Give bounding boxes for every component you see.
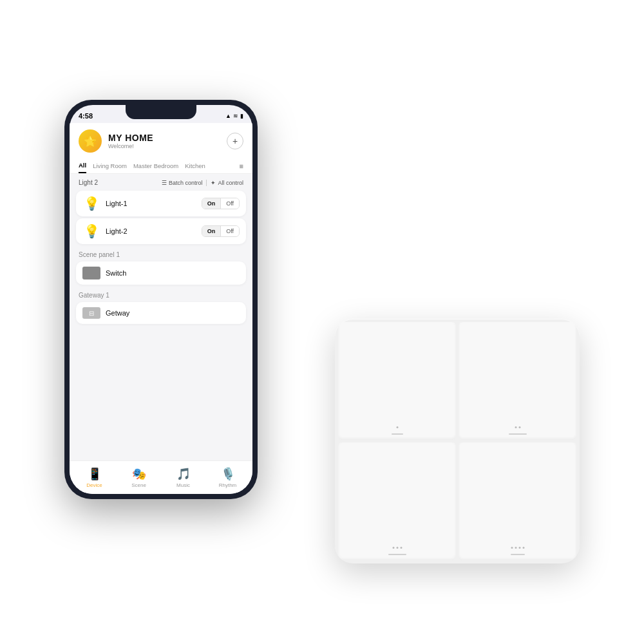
switch-button-tr[interactable]	[459, 322, 576, 440]
switch-scene-icon	[82, 267, 100, 279]
tab-all[interactable]: All	[79, 162, 86, 173]
light2-name: Light-2	[106, 227, 196, 235]
main-scene: 4:58 ▲ ≋ ▮ 🌟 MY HOME Welcome!	[64, 80, 580, 564]
dot	[518, 547, 520, 549]
device-card-light2[interactable]: 💡 Light-2 On Off	[76, 218, 246, 244]
dot	[392, 547, 394, 549]
switch-button-tl[interactable]	[338, 322, 456, 440]
light2-off-btn[interactable]: Off	[221, 226, 239, 236]
section-header: Light 2 ☰ Batch control ✦ All control	[70, 174, 252, 189]
batch-label: Batch control	[169, 180, 203, 186]
dot	[518, 426, 520, 428]
switch-scene-name: Switch	[106, 269, 126, 277]
battery-icon: ▮	[240, 113, 243, 119]
scene-nav-label: Scene	[131, 482, 146, 488]
signal-icon: ▲	[225, 113, 231, 119]
section-separator	[206, 180, 207, 186]
light1-off-btn[interactable]: Off	[221, 198, 239, 209]
dot	[515, 547, 516, 549]
light1-icon: 💡	[82, 196, 100, 211]
gateway-icon: ⊟	[82, 307, 100, 319]
scene-nav-icon: 🎭	[132, 467, 146, 481]
gateway-name: Getway	[106, 309, 240, 317]
tab-kitchen[interactable]: Kitchen	[185, 162, 205, 173]
music-nav-label: Music	[176, 482, 190, 488]
app-tabs: All Living Room Master Bedroom Kitchen ≡	[70, 158, 252, 174]
switch-dot-tr	[515, 426, 520, 428]
light2-toggle[interactable]: On Off	[202, 225, 240, 237]
status-icons: ▲ ≋ ▮	[225, 113, 243, 119]
menu-icon[interactable]: ≡	[240, 162, 243, 173]
scene-card-switch[interactable]: Switch	[76, 261, 246, 285]
gateway-section-label: Gateway 1	[70, 287, 252, 300]
bottom-nav: 📱 Device 🎭 Scene 🎵 Music 🎙️ Rhythm	[70, 460, 252, 494]
all-label: All control	[218, 180, 243, 186]
scene-section-label: Scene panel 1	[70, 246, 252, 260]
app-logo: 🌟	[79, 129, 102, 153]
app-title-block: MY HOME Welcome!	[108, 133, 220, 149]
tab-living-room[interactable]: Living Room	[93, 162, 127, 173]
dot	[515, 426, 516, 428]
nav-device[interactable]: 📱 Device	[72, 467, 117, 488]
app-header: 🌟 MY HOME Welcome! +	[70, 123, 252, 158]
nav-music[interactable]: 🎵 Music	[161, 467, 205, 488]
add-button[interactable]: +	[227, 133, 243, 149]
switch-dot-tl	[396, 426, 398, 428]
section-title: Light 2	[79, 179, 158, 186]
nav-scene[interactable]: 🎭 Scene	[117, 467, 161, 488]
batch-icon: ☰	[162, 180, 167, 186]
nav-rhythm[interactable]: 🎙️ Rhythm	[205, 467, 250, 488]
app-subtitle: Welcome!	[108, 143, 220, 149]
light2-on-btn[interactable]: On	[202, 226, 221, 236]
all-control[interactable]: ✦ All control	[211, 180, 243, 186]
dot	[400, 547, 402, 549]
rhythm-nav-label: Rhythm	[219, 482, 237, 488]
dot	[511, 547, 513, 549]
rhythm-nav-icon: 🎙️	[221, 467, 235, 481]
dot	[396, 426, 398, 428]
all-icon: ✦	[211, 180, 216, 186]
phone: 4:58 ▲ ≋ ▮ 🌟 MY HOME Welcome!	[64, 100, 258, 499]
phone-screen: 4:58 ▲ ≋ ▮ 🌟 MY HOME Welcome!	[70, 105, 252, 494]
light2-icon: 💡	[82, 223, 100, 239]
app-content: 🌟 MY HOME Welcome! + All Living Room Mas…	[70, 123, 252, 460]
tab-master-bedroom[interactable]: Master Bedroom	[133, 162, 178, 173]
light1-toggle[interactable]: On Off	[202, 198, 240, 209]
switch-dot-bl	[392, 547, 402, 549]
phone-notch	[126, 105, 196, 119]
device-nav-icon: 📱	[88, 467, 102, 481]
music-nav-icon: 🎵	[176, 467, 191, 481]
switch-button-bl[interactable]	[338, 442, 456, 560]
switch-device	[335, 319, 580, 564]
status-time: 4:58	[79, 112, 93, 120]
device-card-light1[interactable]: 💡 Light-1 On Off	[76, 191, 246, 216]
light1-name: Light-1	[106, 200, 196, 207]
device-nav-label: Device	[86, 482, 102, 488]
wifi-icon: ≋	[233, 113, 238, 119]
light1-on-btn[interactable]: On	[202, 198, 221, 209]
switch-dot-br	[511, 547, 524, 549]
batch-control[interactable]: ☰ Batch control	[162, 180, 203, 186]
dot	[522, 547, 524, 549]
logo-icon: 🌟	[84, 135, 97, 147]
gateway-card[interactable]: ⊟ Getway	[76, 302, 246, 324]
switch-button-br[interactable]	[459, 442, 576, 560]
dot	[396, 547, 398, 549]
app-title: MY HOME	[108, 133, 220, 143]
